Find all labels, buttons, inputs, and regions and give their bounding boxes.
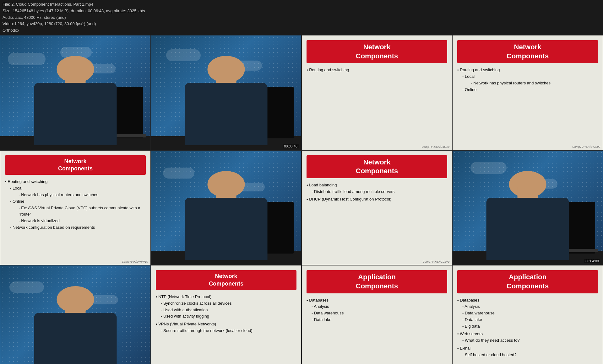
- bullet-vpn: VPNs (Virtual Private Networks): [158, 322, 216, 326]
- audio-info: Audio: aac, 48000 Hz, stereo (und): [3, 14, 600, 21]
- cell-r2c4: 00:04:00: [452, 150, 603, 265]
- monitor: [113, 87, 143, 138]
- cell-r3c3: ApplicationComponents Databases Analysis…: [302, 265, 452, 364]
- presenter-body: [34, 83, 117, 145]
- bullet-dhcp: DHCP (Dynamic Host Configuration Protoco…: [309, 197, 391, 201]
- keyboard: [113, 134, 146, 137]
- presenter-body: [185, 198, 268, 260]
- cell-r2c1: NetworkComponents Routing and switching …: [0, 150, 151, 265]
- slide-content: Routing and switching Local Network has …: [457, 67, 598, 145]
- top-bar: File: 2. Cloud Component Interactions, P…: [0, 0, 603, 35]
- bullet-ntp: NTP (Network Time Protocol): [158, 294, 211, 299]
- slide-header: ApplicationComponents: [307, 270, 447, 293]
- monitor: [264, 202, 294, 254]
- sub-warehouse: Data warehouse: [462, 310, 598, 317]
- sub-online: Online: [462, 87, 598, 93]
- slide-header: NetworkComponents: [457, 40, 598, 63]
- presenter-body: [34, 313, 117, 364]
- sub-analysis: Analysis: [462, 303, 598, 310]
- slide-header: ApplicationComponents: [457, 270, 598, 293]
- slide-header: NetworkComponents: [156, 270, 296, 290]
- comptia-badge: CompTIA+/S+G2S+0: [423, 260, 449, 263]
- slide-content: Databases Analysis Data warehouse Data l…: [457, 297, 598, 364]
- comptia-badge: CompTIA+/S+/G1G10: [421, 145, 449, 148]
- cell-r3c1: [0, 265, 151, 364]
- sub-distribute: Distribute traffic load among multiple s…: [312, 189, 447, 195]
- presenter: [185, 171, 268, 260]
- presenter-neck: [517, 187, 538, 198]
- cell-r2c2: [151, 150, 302, 265]
- sub-logging: Used with activity logging: [161, 313, 296, 320]
- cell-r3c4: ApplicationComponents Databases Analysis…: [452, 265, 603, 364]
- cell-r3c2: NetworkComponents NTP (Network Time Prot…: [151, 265, 302, 364]
- slide-content: Databases Analysis Data warehouse Data l…: [307, 297, 447, 364]
- bullet-routing: Routing and switching: [460, 67, 500, 72]
- sub-warehouse: Data warehouse: [312, 310, 447, 317]
- sub-secure: Secure traffic through the network (loca…: [161, 328, 296, 334]
- comptia-badge: CompTIA+/S+M/P10: [122, 260, 148, 263]
- bullet-webservers: Web servers: [460, 331, 483, 336]
- presenter-neck: [216, 72, 236, 83]
- presenter-body: [486, 198, 569, 260]
- sub-lake: Data lake: [462, 317, 598, 323]
- file-info: File: 2. Cloud Component Interactions, P…: [3, 1, 600, 8]
- bullet-routing: Routing and switching: [309, 67, 349, 72]
- presenter-neck: [65, 72, 86, 83]
- presenter-body: [185, 83, 268, 145]
- presenter-neck: [65, 302, 86, 313]
- mode-info: Orthodox: [3, 27, 600, 34]
- slide-content: Routing and switching Local Network has …: [5, 179, 146, 260]
- cell-r1c1: [0, 35, 151, 150]
- sub-lake: Data lake: [312, 317, 447, 323]
- bullet-email: E-mail: [460, 346, 471, 351]
- cell-r1c4: NetworkComponents Routing and switching …: [452, 35, 603, 150]
- presenter: [486, 171, 569, 260]
- cell-r1c2: 00:00:40: [151, 35, 302, 150]
- bullet-databases: Databases: [309, 298, 329, 302]
- bullet-lb: Load balancing: [309, 183, 337, 187]
- sub-auth: Used with authentication: [161, 307, 296, 313]
- sub-physical: Network has physical routers and switche…: [19, 192, 146, 198]
- bullet-databases: Databases: [460, 298, 479, 302]
- sub-aws: Ex: AWS Virtual Private Cloud (VPC) subn…: [19, 205, 146, 218]
- timestamp: 00:00:40: [283, 144, 299, 148]
- slide-header: NetworkComponents: [307, 40, 447, 63]
- slide-header: NetworkComponents: [307, 155, 447, 178]
- slide-header: NetworkComponents: [5, 155, 146, 175]
- sub-physical: Network has physical routers and switche…: [471, 80, 598, 87]
- sub-local: Local Network has physical routers and s…: [10, 185, 146, 198]
- keyboard: [565, 249, 598, 252]
- monitor: [264, 87, 294, 138]
- slide-content: NTP (Network Time Protocol) Synchronize …: [156, 294, 296, 364]
- presenter-neck: [216, 187, 236, 198]
- video-grid: 00:00:40 NetworkComponents Routing and s…: [0, 35, 603, 364]
- cell-r2c3: NetworkComponents Load balancing Distrib…: [302, 150, 452, 265]
- sub-analysis: Analysis: [312, 303, 447, 310]
- sub-online: Online Ex: AWS Virtual Private Cloud (VP…: [10, 198, 146, 224]
- sub-bigdata: Big data: [462, 323, 598, 330]
- monitor: [565, 202, 595, 254]
- bullet-routing: Routing and switching: [8, 179, 47, 184]
- sub-hosted: Self hosted or cloud hosted?: [462, 352, 598, 358]
- sub-config: Network configuration based on requireme…: [10, 224, 146, 231]
- video-info: Video: h264, yuv420p, 1280x720, 30.00 fp…: [3, 21, 600, 27]
- timestamp: 00:04:00: [584, 259, 600, 263]
- sub-virtualized: Network is virtualized: [19, 218, 146, 224]
- presenter: [34, 56, 117, 145]
- slide-content: Load balancing Distribute traffic load a…: [307, 182, 447, 260]
- presenter: [185, 56, 268, 145]
- presenter: [34, 286, 117, 364]
- size-info: Size: 154265148 bytes (147.12 MiB), dura…: [3, 8, 600, 14]
- sub-sync: Synchronize clocks across all devices: [161, 300, 296, 307]
- sub-access: What do they need access to?: [462, 337, 598, 344]
- cell-r1c3: NetworkComponents Routing and switching …: [302, 35, 452, 150]
- comptia-badge: CompTIA+G+/S+J200: [572, 145, 600, 148]
- sub-local: Local Network has physical routers and s…: [462, 73, 598, 87]
- slide-content: Routing and switching: [307, 67, 447, 145]
